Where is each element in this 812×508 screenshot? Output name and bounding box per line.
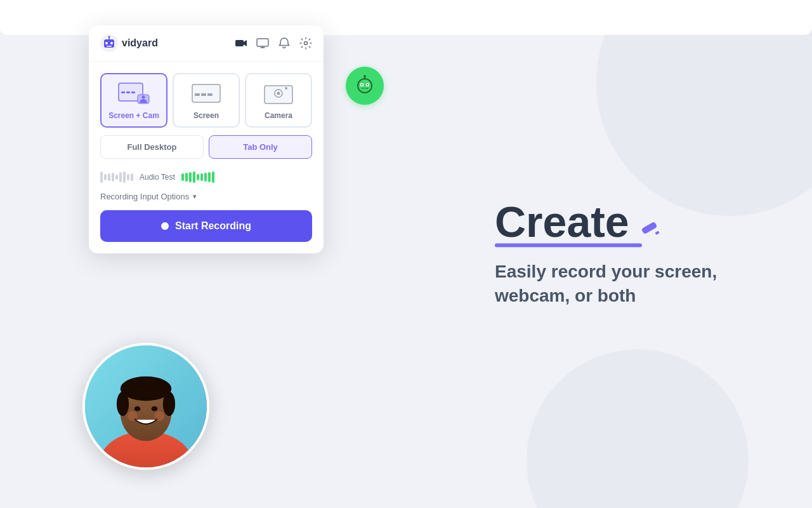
svg-rect-10 bbox=[364, 88, 365, 89]
svg-point-45 bbox=[134, 406, 141, 411]
audio-bar bbox=[112, 173, 114, 182]
svg-point-48 bbox=[154, 411, 164, 421]
hero-subtitle: Easily record your screen, webcam, or bo… bbox=[495, 260, 761, 308]
svg-point-47 bbox=[128, 411, 137, 421]
mode-camera[interactable]: Camera bbox=[245, 73, 312, 128]
mode-screen-cam-label: Screen + Cam bbox=[108, 111, 159, 120]
bg-decoration-circle-bottom bbox=[527, 349, 749, 508]
audio-section: Audio Test bbox=[89, 168, 324, 189]
settings-header-icon[interactable] bbox=[299, 37, 312, 50]
audio-bars-left bbox=[100, 171, 133, 183]
mode-buttons: Screen + Cam Screen bbox=[100, 73, 312, 128]
svg-point-46 bbox=[152, 406, 158, 411]
start-recording-label: Start Recording bbox=[175, 220, 251, 232]
audio-bar bbox=[119, 172, 122, 182]
audio-bar bbox=[131, 173, 133, 181]
svg-rect-26 bbox=[126, 91, 130, 93]
svg-point-18 bbox=[108, 36, 110, 38]
camera-header-icon[interactable] bbox=[235, 37, 247, 50]
svg-rect-9 bbox=[363, 88, 364, 89]
audio-label: Audio Test bbox=[140, 173, 175, 182]
audio-bar-active bbox=[212, 171, 214, 183]
robot-icon bbox=[346, 67, 384, 105]
svg-rect-7 bbox=[367, 84, 369, 86]
audio-bar bbox=[104, 174, 107, 180]
svg-rect-27 bbox=[131, 91, 135, 93]
input-options-label: Recording Input Options bbox=[100, 192, 189, 201]
audio-bar-active bbox=[185, 173, 188, 182]
audio-bar bbox=[123, 171, 126, 183]
mode-screen[interactable]: Screen bbox=[173, 73, 240, 128]
pencil-icon bbox=[639, 219, 662, 244]
svg-point-15 bbox=[110, 42, 113, 44]
extension-popup: vidyard bbox=[89, 25, 324, 253]
webcam-person bbox=[85, 345, 207, 467]
mode-camera-label: Camera bbox=[265, 111, 292, 120]
svg-rect-49 bbox=[641, 221, 658, 234]
audio-bar bbox=[115, 175, 118, 180]
mode-section: Screen + Cam Screen bbox=[89, 62, 324, 135]
right-content: Create Easily record your screen, webcam… bbox=[495, 200, 761, 307]
svg-point-37 bbox=[285, 87, 287, 90]
audio-bar-active bbox=[193, 171, 195, 183]
screen-header-icon[interactable] bbox=[256, 37, 269, 50]
audio-bars-right bbox=[181, 171, 214, 183]
vidyard-logo: vidyard bbox=[100, 34, 158, 52]
audio-bar-active bbox=[181, 173, 184, 181]
webcam-circle bbox=[82, 343, 209, 470]
full-desktop-btn[interactable]: Full Desktop bbox=[100, 135, 204, 159]
svg-point-3 bbox=[363, 75, 366, 77]
svg-rect-33 bbox=[207, 93, 213, 96]
recording-input-options[interactable]: Recording Input Options ▾ bbox=[89, 189, 324, 210]
svg-rect-32 bbox=[201, 93, 206, 96]
audio-bar-active bbox=[204, 173, 207, 182]
header-icons bbox=[235, 37, 312, 50]
svg-point-36 bbox=[277, 92, 280, 95]
svg-point-23 bbox=[304, 42, 308, 45]
svg-point-43 bbox=[117, 392, 129, 416]
audio-bar-active bbox=[200, 173, 203, 181]
svg-point-44 bbox=[163, 392, 175, 416]
tab-only-btn[interactable]: Tab Only bbox=[209, 135, 312, 159]
audio-bar bbox=[127, 174, 129, 180]
mode-screen-cam[interactable]: Screen + Cam bbox=[100, 73, 167, 128]
chevron-down-icon: ▾ bbox=[193, 192, 197, 201]
svg-rect-31 bbox=[195, 93, 200, 96]
audio-bar-active bbox=[197, 174, 199, 180]
record-dot bbox=[161, 222, 169, 230]
sub-mode-section: Full Desktop Tab Only bbox=[89, 135, 324, 168]
audio-bar bbox=[108, 173, 110, 181]
logo-text: vidyard bbox=[122, 37, 158, 49]
start-recording-button[interactable]: Start Recording bbox=[100, 210, 312, 242]
mode-screen-label: Screen bbox=[193, 111, 219, 120]
svg-rect-25 bbox=[121, 91, 125, 93]
audio-bar-active bbox=[208, 172, 211, 182]
svg-rect-19 bbox=[235, 40, 244, 46]
audio-bar-active bbox=[189, 172, 192, 182]
svg-point-29 bbox=[142, 96, 145, 99]
svg-rect-6 bbox=[362, 84, 363, 86]
popup-header: vidyard bbox=[89, 25, 324, 62]
hero-title: Create bbox=[495, 200, 629, 243]
svg-point-14 bbox=[105, 42, 108, 44]
svg-rect-16 bbox=[107, 46, 112, 47]
title-underline bbox=[495, 243, 642, 247]
svg-rect-50 bbox=[655, 231, 660, 234]
audio-bar bbox=[100, 171, 103, 183]
svg-point-42 bbox=[121, 377, 172, 401]
bell-header-icon[interactable] bbox=[278, 37, 291, 50]
svg-rect-20 bbox=[257, 39, 268, 46]
svg-rect-11 bbox=[366, 88, 367, 89]
